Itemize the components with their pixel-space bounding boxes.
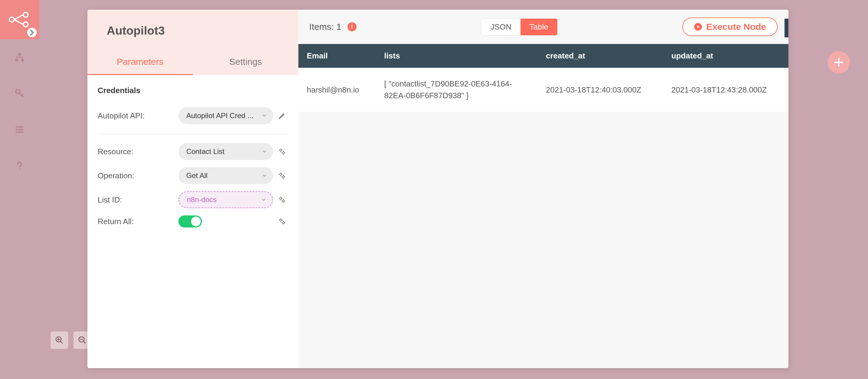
node-editor-modal: Autopilot3 Parameters Settings Credentia… <box>87 10 788 368</box>
resource-row: Resource: Contact List <box>98 139 288 164</box>
tabs: Parameters Settings <box>87 50 299 75</box>
chevron-down-icon <box>261 173 267 178</box>
returnall-label: Return All: <box>98 217 176 226</box>
cell-email: harshil@n8n.io <box>299 68 376 112</box>
resource-value: Contact List <box>186 147 224 156</box>
resource-label: Resource: <box>98 147 176 156</box>
cell-lists: [ "contactlist_7D90BE92-0E63-4164-82EA-0… <box>376 68 537 112</box>
chevron-down-icon <box>261 197 267 202</box>
divider <box>98 134 288 134</box>
view-switch: JSON Table <box>481 19 558 36</box>
listid-label: List ID: <box>98 195 176 204</box>
table-header-row: Email lists created_at updated_at <box>299 44 788 68</box>
svg-point-1 <box>23 12 28 17</box>
resource-select[interactable]: Contact List <box>179 143 273 160</box>
key-icon <box>14 88 25 98</box>
credential-row: Autopilot API: Autopilot API Cred ... <box>98 104 288 128</box>
sidebar-item-help[interactable] <box>0 148 39 184</box>
credential-value: Autopilot API Cred ... <box>186 112 253 120</box>
gear-icon <box>278 172 286 180</box>
close-button[interactable] <box>784 19 788 37</box>
plus-icon <box>833 57 844 68</box>
zoom-in-button[interactable] <box>51 331 68 349</box>
cell-updated: 2021-03-18T12:43:28.000Z <box>663 68 788 112</box>
svg-rect-5 <box>22 59 24 62</box>
operation-select[interactable]: Get All <box>179 167 273 184</box>
gear-icon <box>278 196 286 204</box>
listid-value: n8n-docs <box>187 195 217 204</box>
svg-point-12 <box>282 176 284 178</box>
svg-point-13 <box>280 197 282 199</box>
gear-icon <box>278 148 286 155</box>
add-node-button[interactable] <box>828 51 850 73</box>
operation-options-button[interactable] <box>276 169 288 182</box>
credential-label: Autopilot API: <box>98 111 176 121</box>
panel-header: Autopilot3 Parameters Settings <box>87 10 299 75</box>
listid-row: List ID: n8n-docs <box>98 188 288 212</box>
sidebar-expand-toggle[interactable] <box>27 28 37 37</box>
chevron-right-icon <box>27 24 37 41</box>
col-email: Email <box>299 44 376 68</box>
credentials-section-title: Credentials <box>98 86 288 95</box>
sidebar <box>0 0 39 379</box>
returnall-toggle[interactable] <box>179 215 202 227</box>
zoom-in-icon <box>55 336 64 345</box>
data-table-wrap[interactable]: Email lists created_at updated_at harshi… <box>299 44 788 368</box>
question-icon <box>14 161 25 171</box>
sidebar-item-credentials[interactable] <box>0 75 39 112</box>
zoom-controls <box>51 331 91 349</box>
parameters-body: Credentials Autopilot API: Autopilot API… <box>87 75 299 231</box>
returnall-options-button[interactable] <box>276 215 288 227</box>
list-icon <box>14 124 25 135</box>
zoom-out-icon <box>78 336 87 345</box>
execute-node-label: Execute Node <box>707 22 766 32</box>
operation-label: Operation: <box>98 171 176 181</box>
items-count: Items: 1 <box>309 22 341 32</box>
svg-point-14 <box>282 200 284 202</box>
view-json-button[interactable]: JSON <box>481 19 520 35</box>
col-updated: updated_at <box>663 44 788 68</box>
resource-options-button[interactable] <box>276 146 288 158</box>
view-table-button[interactable]: Table <box>521 19 557 35</box>
sitemap-icon <box>14 52 25 62</box>
tab-parameters[interactable]: Parameters <box>87 50 193 75</box>
table-row: harshil@n8n.io [ "contactlist_7D90BE92-0… <box>299 68 788 112</box>
svg-rect-4 <box>16 59 18 62</box>
node-title: Autopilot3 <box>87 24 299 50</box>
parameters-panel: Autopilot3 Parameters Settings Credentia… <box>87 10 299 368</box>
tab-settings[interactable]: Settings <box>193 50 299 75</box>
svg-point-11 <box>280 173 282 175</box>
sidebar-item-executions[interactable] <box>0 112 39 148</box>
play-icon <box>694 23 702 31</box>
operation-row: Operation: Get All <box>98 164 288 188</box>
credential-select[interactable]: Autopilot API Cred ... <box>179 107 273 124</box>
returnall-row: Return All: <box>98 212 288 231</box>
app-logo[interactable] <box>0 0 39 39</box>
chevron-down-icon <box>261 113 267 118</box>
svg-point-0 <box>9 17 14 22</box>
output-header: Items: 1 i JSON Table Execute Node <box>299 10 788 44</box>
svg-point-16 <box>282 222 284 224</box>
output-table: Email lists created_at updated_at harshi… <box>299 44 788 112</box>
execute-node-button[interactable]: Execute Node <box>682 18 778 36</box>
operation-value: Get All <box>186 171 208 180</box>
info-badge[interactable]: i <box>347 22 356 31</box>
svg-point-10 <box>282 152 284 154</box>
cell-created: 2021-03-18T12:40:03.000Z <box>537 68 663 112</box>
edit-credential-button[interactable] <box>276 110 288 122</box>
output-panel: Items: 1 i JSON Table Execute Node Email… <box>299 10 788 368</box>
col-lists: lists <box>376 44 537 68</box>
svg-point-9 <box>280 149 282 151</box>
svg-rect-3 <box>19 53 21 56</box>
svg-point-15 <box>280 219 282 221</box>
chevron-down-icon <box>261 149 267 154</box>
col-created: created_at <box>537 44 663 68</box>
listid-select[interactable]: n8n-docs <box>179 191 273 208</box>
listid-options-button[interactable] <box>276 194 288 206</box>
gear-icon <box>278 218 286 225</box>
pencil-icon <box>278 112 286 120</box>
sidebar-item-workflows[interactable] <box>0 39 39 75</box>
